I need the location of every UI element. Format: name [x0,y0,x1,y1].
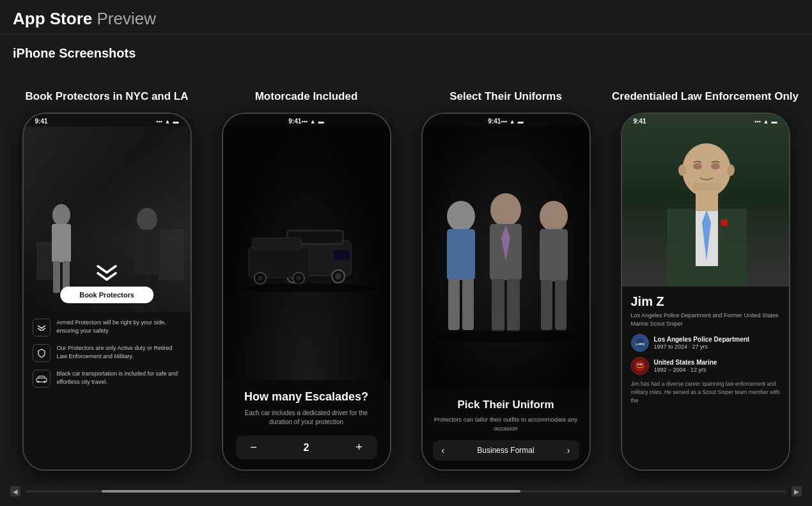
wifi-icon-4: ▲ [763,118,769,125]
svg-rect-46 [721,219,728,226]
marine-badge: USMC [631,357,649,375]
header: App Store Preview [0,0,812,35]
scroll-right-arrow[interactable]: ▶ [792,486,802,496]
svg-point-26 [246,283,373,292]
svg-rect-19 [334,250,350,260]
svg-rect-5 [135,230,160,276]
status-time-1: 9:41 [35,118,48,125]
svg-point-9 [37,381,39,383]
svg-rect-30 [462,279,474,330]
list-text-2: Our Protectors are only Active duty or R… [57,344,182,360]
svg-text:USMC: USMC [636,363,643,366]
svg-point-10 [43,381,45,383]
phone3-people-area [423,126,589,390]
signal-icon-3: ▪▪▪ [501,118,507,125]
wifi-icon-2: ▲ [310,118,316,125]
counter-row: − 2 + [236,436,377,459]
svg-point-49 [678,164,686,176]
woman-silhouette [42,203,81,293]
svg-rect-38 [541,280,552,330]
svg-point-52 [711,163,720,170]
phone-caption-4: Credentialed Law Enforcement Only [612,68,799,104]
agent-name: Jim Z [631,294,780,309]
agent-desc: Los Angeles Police Department and Former… [631,312,780,328]
credential-item-1: LAPD Los Angeles Police Department 1997 … [631,334,780,352]
counter-value: 2 [304,442,309,454]
scrollbar-track[interactable] [26,490,786,493]
status-time-2: 9:41 [288,118,301,125]
counter-minus-button[interactable]: − [246,441,262,454]
svg-point-27 [447,201,475,232]
scrollbar-thumb [102,490,520,493]
phone-caption-2: Motorcade Included [255,68,358,104]
phone2-car-area [223,126,390,380]
escalade-subtitle: Each car includes a dedicated driver for… [236,409,377,427]
svg-point-51 [693,163,702,170]
phone4-info: Jim Z Los Angeles Police Department and … [622,287,789,470]
svg-point-17 [335,273,341,280]
svg-rect-35 [507,279,520,331]
list-text-1: Armed Protectors will be right by your s… [57,319,182,335]
signal-icon-2: ▪▪▪ [301,118,308,125]
shield-list-icon [33,344,51,362]
credential-item-2: USMC United States Marine 1992 – 2004 · … [631,357,780,375]
escalade-title: How many Escalades? [236,390,377,404]
uniform-subtitle: Protectors can tailor their outfits to a… [433,415,579,432]
signal-icon-1: ▪▪▪ [156,118,162,125]
selector-left-arrow[interactable]: ‹ [442,445,445,455]
uniform-selector[interactable]: ‹ Business Formal › [433,440,579,461]
svg-text:LAPD: LAPD [636,342,644,346]
cred-org-2: United States Marine [654,358,717,367]
signal-icon-4: ▪▪▪ [754,118,761,125]
status-time-4: 9:41 [634,118,646,125]
section-label: iPhone Screenshots [0,35,812,68]
svg-rect-34 [492,279,504,331]
scroll-left-arrow[interactable]: ◀ [10,486,20,496]
wifi-icon-1: ▲ [165,118,171,125]
phone-wrapper-4: Credentialed Law Enforcement Only 9:41 ▪… [611,68,799,471]
battery-icon-2: ▬ [318,118,324,125]
protectors-image [426,171,586,344]
agent-photo [622,114,789,287]
chevron-list-icon [33,319,51,336]
svg-point-36 [540,201,568,232]
svg-point-0 [52,204,70,226]
svg-point-40 [435,330,576,343]
phone-frame-1: 9:41 ▪▪▪ ▲ ▬ [22,113,192,471]
title-light: Preview [92,9,156,28]
phone-wrapper-1: Book Protectors in NYC and LA 9:41 ▪▪▪ ▲… [13,68,201,471]
phone-caption-1: Book Protectors in NYC and LA [25,68,188,104]
cred-org-1: Los Angeles Police Department [654,335,750,344]
phone-frame-3: 9:41 ▪▪▪ ▲ ▬ [421,113,591,471]
chevron-icon-1 [95,264,118,281]
svg-rect-39 [555,280,566,330]
selector-label: Business Formal [477,446,534,455]
phone-wrapper-2: Motorcade Included 9:41 ▪▪▪ ▲ ▬ [212,68,400,471]
svg-rect-2 [53,261,60,293]
svg-point-25 [296,276,301,281]
battery-icon-3: ▬ [518,118,524,125]
svg-rect-53 [692,183,721,191]
wifi-icon-3: ▲ [510,118,515,125]
phone-wrapper-3: Select Their Uniforms 9:41 ▪▪▪ ▲ ▬ [412,68,600,471]
svg-point-50 [727,164,735,176]
battery-icon-4: ▬ [772,118,777,125]
svg-point-23 [258,276,263,281]
phone-frame-2: 9:41 ▪▪▪ ▲ ▬ [222,113,391,471]
battery-icon-1: ▬ [173,118,179,125]
svg-rect-21 [253,238,301,249]
screenshots-container: Book Protectors in NYC and LA 9:41 ▪▪▪ ▲… [0,68,812,484]
list-item-1: Armed Protectors will be right by your s… [33,319,182,336]
list-item-3: Black car transportation is included for… [33,370,182,388]
book-protectors-button[interactable]: Book Protectors [60,287,153,303]
svg-point-31 [490,193,521,226]
selector-right-arrow[interactable]: › [567,445,570,455]
svg-rect-29 [448,279,460,330]
counter-plus-button[interactable]: + [352,441,367,454]
cred-years-1: 1997 to 2024 · 27 yrs [654,344,708,350]
uniform-title: Pick Their Uniform [433,399,579,411]
svg-rect-28 [447,229,475,280]
svg-rect-37 [540,229,568,281]
svg-rect-1 [52,224,71,262]
car-list-icon [33,370,51,388]
